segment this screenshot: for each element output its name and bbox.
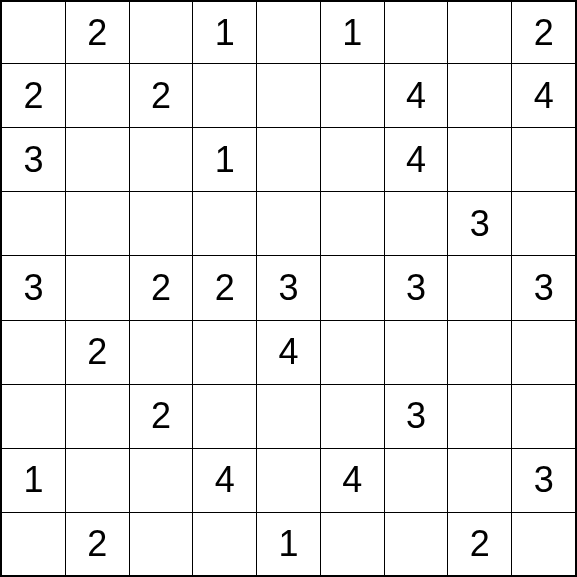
grid-row: 3 1 4 [0, 128, 577, 192]
grid-cell[interactable]: 2 [193, 256, 257, 320]
grid-cell[interactable] [512, 321, 577, 385]
grid-cell[interactable]: 3 [512, 449, 577, 513]
grid-cell[interactable] [385, 449, 449, 513]
number-grid: 2 1 1 2 2 2 4 4 3 1 4 3 [0, 0, 577, 577]
grid-cell[interactable] [385, 321, 449, 385]
grid-cell[interactable]: 1 [257, 513, 321, 577]
grid-cell[interactable] [193, 321, 257, 385]
grid-cell[interactable]: 1 [0, 449, 66, 513]
grid-row: 2 3 [0, 385, 577, 449]
grid-cell[interactable] [321, 385, 385, 449]
grid-cell[interactable]: 2 [130, 64, 194, 128]
grid-cell[interactable] [321, 128, 385, 192]
grid-cell[interactable] [130, 128, 194, 192]
grid-cell[interactable] [66, 256, 130, 320]
grid-cell[interactable]: 2 [66, 513, 130, 577]
grid-cell[interactable] [130, 513, 194, 577]
grid-cell[interactable] [257, 64, 321, 128]
grid-cell[interactable]: 3 [0, 256, 66, 320]
grid-cell[interactable]: 3 [0, 128, 66, 192]
grid-cell[interactable] [130, 0, 194, 64]
grid-cell[interactable] [448, 385, 512, 449]
grid-row: 2 4 [0, 321, 577, 385]
grid-cell[interactable] [257, 0, 321, 64]
grid-cell[interactable]: 1 [193, 0, 257, 64]
grid-cell[interactable] [130, 449, 194, 513]
grid-cell[interactable] [257, 128, 321, 192]
grid-cell[interactable] [66, 64, 130, 128]
grid-cell[interactable]: 4 [257, 321, 321, 385]
grid-row: 2 2 4 4 [0, 64, 577, 128]
grid-cell[interactable] [448, 449, 512, 513]
grid-row: 2 1 2 [0, 513, 577, 577]
grid-cell[interactable]: 2 [130, 256, 194, 320]
grid-cell[interactable]: 1 [321, 0, 385, 64]
grid-cell[interactable]: 2 [66, 321, 130, 385]
grid-cell[interactable] [0, 192, 66, 256]
grid-cell[interactable] [448, 321, 512, 385]
grid-cell[interactable] [321, 192, 385, 256]
grid-cell[interactable]: 3 [385, 256, 449, 320]
grid-cell[interactable] [130, 192, 194, 256]
grid-cell[interactable] [512, 192, 577, 256]
grid-cell[interactable]: 4 [321, 449, 385, 513]
grid-cell[interactable]: 4 [385, 128, 449, 192]
grid-cell[interactable] [0, 385, 66, 449]
grid-cell[interactable] [512, 513, 577, 577]
grid-cell[interactable] [512, 128, 577, 192]
grid-cell[interactable]: 1 [193, 128, 257, 192]
grid-cell[interactable]: 2 [512, 0, 577, 64]
grid-cell[interactable] [193, 64, 257, 128]
grid-cell[interactable] [448, 0, 512, 64]
grid-cell[interactable] [66, 449, 130, 513]
grid-cell[interactable] [321, 64, 385, 128]
grid-cell[interactable] [66, 385, 130, 449]
grid-cell[interactable] [385, 0, 449, 64]
grid-cell[interactable] [448, 128, 512, 192]
grid-cell[interactable] [193, 513, 257, 577]
grid-row: 2 1 1 2 [0, 0, 577, 64]
grid-cell[interactable] [66, 192, 130, 256]
grid-cell[interactable]: 2 [130, 385, 194, 449]
grid-cell[interactable]: 2 [66, 0, 130, 64]
grid-cell[interactable] [0, 321, 66, 385]
grid-cell[interactable] [512, 385, 577, 449]
grid-cell[interactable] [385, 513, 449, 577]
grid-cell[interactable] [193, 192, 257, 256]
grid-cell[interactable] [0, 0, 66, 64]
grid-cell[interactable]: 4 [512, 64, 577, 128]
grid-cell[interactable] [385, 192, 449, 256]
grid-cell[interactable] [257, 449, 321, 513]
grid-cell[interactable] [193, 385, 257, 449]
grid-cell[interactable] [321, 321, 385, 385]
grid-cell[interactable] [257, 385, 321, 449]
grid-cell[interactable] [321, 513, 385, 577]
grid-cell[interactable]: 4 [193, 449, 257, 513]
grid-cell[interactable]: 3 [448, 192, 512, 256]
grid-cell[interactable] [0, 513, 66, 577]
grid-cell[interactable] [448, 64, 512, 128]
grid-cell[interactable]: 4 [385, 64, 449, 128]
grid-cell[interactable] [448, 256, 512, 320]
grid-cell[interactable]: 3 [512, 256, 577, 320]
grid-cell[interactable]: 2 [448, 513, 512, 577]
grid-row: 3 [0, 192, 577, 256]
grid-cell[interactable] [66, 128, 130, 192]
grid-cell[interactable]: 3 [257, 256, 321, 320]
grid-row: 3 2 2 3 3 3 [0, 256, 577, 320]
grid-row: 1 4 4 3 [0, 449, 577, 513]
grid-cell[interactable]: 2 [0, 64, 66, 128]
grid-cell[interactable] [130, 321, 194, 385]
grid-cell[interactable] [321, 256, 385, 320]
grid-cell[interactable] [257, 192, 321, 256]
grid-cell[interactable]: 3 [385, 385, 449, 449]
